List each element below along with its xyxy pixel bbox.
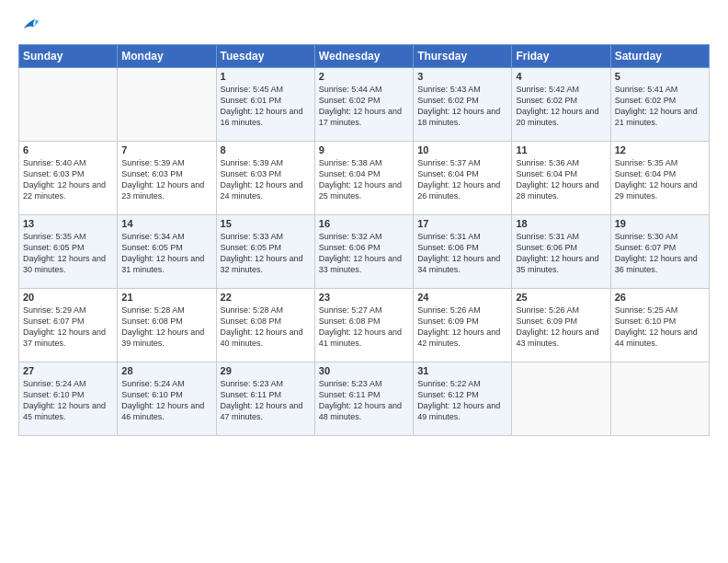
day-cell: 22Sunrise: 5:28 AM Sunset: 6:08 PM Dayli… <box>216 289 314 362</box>
header-friday: Friday <box>512 45 610 68</box>
day-number: 12 <box>615 144 705 155</box>
day-number: 21 <box>121 292 211 303</box>
day-info: Sunrise: 5:24 AM Sunset: 6:10 PM Dayligh… <box>121 378 211 423</box>
day-info: Sunrise: 5:34 AM Sunset: 6:05 PM Dayligh… <box>121 231 211 276</box>
day-info: Sunrise: 5:26 AM Sunset: 6:09 PM Dayligh… <box>516 304 606 350</box>
day-info: Sunrise: 5:39 AM Sunset: 6:03 PM Dayligh… <box>221 157 311 202</box>
day-cell: 8Sunrise: 5:39 AM Sunset: 6:03 PM Daylig… <box>216 142 314 215</box>
day-cell: 28Sunrise: 5:24 AM Sunset: 6:10 PM Dayli… <box>118 362 216 436</box>
day-cell: 1Sunrise: 5:45 AM Sunset: 6:01 PM Daylig… <box>216 68 314 142</box>
day-cell: 25Sunrise: 5:26 AM Sunset: 6:09 PM Dayli… <box>512 289 610 362</box>
day-info: Sunrise: 5:41 AM Sunset: 6:02 PM Dayligh… <box>615 84 705 129</box>
day-info: Sunrise: 5:43 AM Sunset: 6:02 PM Dayligh… <box>417 84 507 129</box>
day-info: Sunrise: 5:31 AM Sunset: 6:06 PM Dayligh… <box>516 231 606 276</box>
day-cell: 7Sunrise: 5:39 AM Sunset: 6:03 PM Daylig… <box>118 142 216 215</box>
day-number: 11 <box>516 144 606 155</box>
day-cell: 24Sunrise: 5:26 AM Sunset: 6:09 PM Dayli… <box>414 289 512 362</box>
day-info: Sunrise: 5:23 AM Sunset: 6:11 PM Dayligh… <box>319 378 409 423</box>
header-saturday: Saturday <box>610 45 709 68</box>
day-cell: 11Sunrise: 5:36 AM Sunset: 6:04 PM Dayli… <box>512 142 610 215</box>
day-cell <box>19 68 118 142</box>
day-info: Sunrise: 5:39 AM Sunset: 6:03 PM Dayligh… <box>121 157 211 202</box>
calendar-header-row: SundayMondayTuesdayWednesdayThursdayFrid… <box>19 45 710 68</box>
day-cell: 26Sunrise: 5:25 AM Sunset: 6:10 PM Dayli… <box>610 289 709 362</box>
day-number: 19 <box>615 218 705 229</box>
day-number: 18 <box>516 218 606 229</box>
day-info: Sunrise: 5:26 AM Sunset: 6:09 PM Dayligh… <box>417 304 507 350</box>
day-cell <box>512 362 610 436</box>
day-info: Sunrise: 5:45 AM Sunset: 6:01 PM Dayligh… <box>221 84 311 129</box>
header-wednesday: Wednesday <box>314 45 413 68</box>
day-number: 30 <box>319 365 409 376</box>
day-cell: 10Sunrise: 5:37 AM Sunset: 6:04 PM Dayli… <box>414 142 512 215</box>
day-cell: 19Sunrise: 5:30 AM Sunset: 6:07 PM Dayli… <box>610 215 709 289</box>
day-info: Sunrise: 5:35 AM Sunset: 6:04 PM Dayligh… <box>615 157 705 202</box>
day-number: 3 <box>417 71 507 82</box>
day-info: Sunrise: 5:38 AM Sunset: 6:04 PM Dayligh… <box>319 157 409 202</box>
day-info: Sunrise: 5:25 AM Sunset: 6:10 PM Dayligh… <box>615 304 705 350</box>
day-number: 6 <box>23 144 113 155</box>
day-cell: 3Sunrise: 5:43 AM Sunset: 6:02 PM Daylig… <box>414 68 512 142</box>
header-tuesday: Tuesday <box>216 45 314 68</box>
day-cell: 29Sunrise: 5:23 AM Sunset: 6:11 PM Dayli… <box>216 362 314 436</box>
day-cell: 27Sunrise: 5:24 AM Sunset: 6:10 PM Dayli… <box>19 362 118 436</box>
page: SundayMondayTuesdayWednesdayThursdayFrid… <box>0 0 728 445</box>
day-cell: 17Sunrise: 5:31 AM Sunset: 6:06 PM Dayli… <box>414 215 512 289</box>
day-info: Sunrise: 5:35 AM Sunset: 6:05 PM Dayligh… <box>23 231 113 276</box>
day-number: 29 <box>221 365 311 376</box>
day-number: 8 <box>221 144 311 155</box>
day-cell: 16Sunrise: 5:32 AM Sunset: 6:06 PM Dayli… <box>314 215 413 289</box>
day-number: 1 <box>221 71 311 82</box>
day-number: 31 <box>417 365 507 376</box>
day-cell: 30Sunrise: 5:23 AM Sunset: 6:11 PM Dayli… <box>314 362 413 436</box>
day-info: Sunrise: 5:29 AM Sunset: 6:07 PM Dayligh… <box>23 304 113 350</box>
day-number: 13 <box>23 218 113 229</box>
day-info: Sunrise: 5:44 AM Sunset: 6:02 PM Dayligh… <box>319 84 409 129</box>
day-number: 16 <box>319 218 409 229</box>
day-cell: 6Sunrise: 5:40 AM Sunset: 6:03 PM Daylig… <box>19 142 118 215</box>
week-row-2: 13Sunrise: 5:35 AM Sunset: 6:05 PM Dayli… <box>19 215 710 289</box>
day-info: Sunrise: 5:30 AM Sunset: 6:07 PM Dayligh… <box>615 231 705 276</box>
day-number: 9 <box>319 144 409 155</box>
day-number: 24 <box>417 292 507 303</box>
day-info: Sunrise: 5:40 AM Sunset: 6:03 PM Dayligh… <box>23 157 113 202</box>
day-info: Sunrise: 5:28 AM Sunset: 6:08 PM Dayligh… <box>221 304 311 350</box>
logo <box>18 15 40 35</box>
day-number: 27 <box>23 365 113 376</box>
day-cell: 2Sunrise: 5:44 AM Sunset: 6:02 PM Daylig… <box>314 68 413 142</box>
day-info: Sunrise: 5:28 AM Sunset: 6:08 PM Dayligh… <box>121 304 211 350</box>
day-number: 14 <box>121 218 211 229</box>
day-info: Sunrise: 5:22 AM Sunset: 6:12 PM Dayligh… <box>417 378 507 423</box>
day-cell <box>610 362 709 436</box>
day-number: 17 <box>417 218 507 229</box>
logo-bird-icon <box>20 15 40 35</box>
day-cell <box>118 68 216 142</box>
day-info: Sunrise: 5:33 AM Sunset: 6:05 PM Dayligh… <box>221 231 311 276</box>
day-number: 5 <box>615 71 705 82</box>
day-number: 4 <box>516 71 606 82</box>
day-number: 23 <box>319 292 409 303</box>
day-cell: 20Sunrise: 5:29 AM Sunset: 6:07 PM Dayli… <box>19 289 118 362</box>
day-number: 22 <box>221 292 311 303</box>
day-cell: 9Sunrise: 5:38 AM Sunset: 6:04 PM Daylig… <box>314 142 413 215</box>
week-row-1: 6Sunrise: 5:40 AM Sunset: 6:03 PM Daylig… <box>19 142 710 215</box>
day-info: Sunrise: 5:24 AM Sunset: 6:10 PM Dayligh… <box>23 378 113 423</box>
day-info: Sunrise: 5:32 AM Sunset: 6:06 PM Dayligh… <box>319 231 409 276</box>
day-cell: 18Sunrise: 5:31 AM Sunset: 6:06 PM Dayli… <box>512 215 610 289</box>
week-row-4: 27Sunrise: 5:24 AM Sunset: 6:10 PM Dayli… <box>19 362 710 436</box>
day-info: Sunrise: 5:31 AM Sunset: 6:06 PM Dayligh… <box>417 231 507 276</box>
day-number: 26 <box>615 292 705 303</box>
day-number: 20 <box>23 292 113 303</box>
day-info: Sunrise: 5:37 AM Sunset: 6:04 PM Dayligh… <box>417 157 507 202</box>
calendar-table: SundayMondayTuesdayWednesdayThursdayFrid… <box>18 44 710 436</box>
header-sunday: Sunday <box>19 45 118 68</box>
day-cell: 31Sunrise: 5:22 AM Sunset: 6:12 PM Dayli… <box>414 362 512 436</box>
day-cell: 13Sunrise: 5:35 AM Sunset: 6:05 PM Dayli… <box>19 215 118 289</box>
day-info: Sunrise: 5:23 AM Sunset: 6:11 PM Dayligh… <box>221 378 311 423</box>
header <box>18 15 710 35</box>
day-number: 28 <box>121 365 211 376</box>
day-cell: 15Sunrise: 5:33 AM Sunset: 6:05 PM Dayli… <box>216 215 314 289</box>
week-row-3: 20Sunrise: 5:29 AM Sunset: 6:07 PM Dayli… <box>19 289 710 362</box>
day-number: 15 <box>221 218 311 229</box>
day-number: 10 <box>417 144 507 155</box>
